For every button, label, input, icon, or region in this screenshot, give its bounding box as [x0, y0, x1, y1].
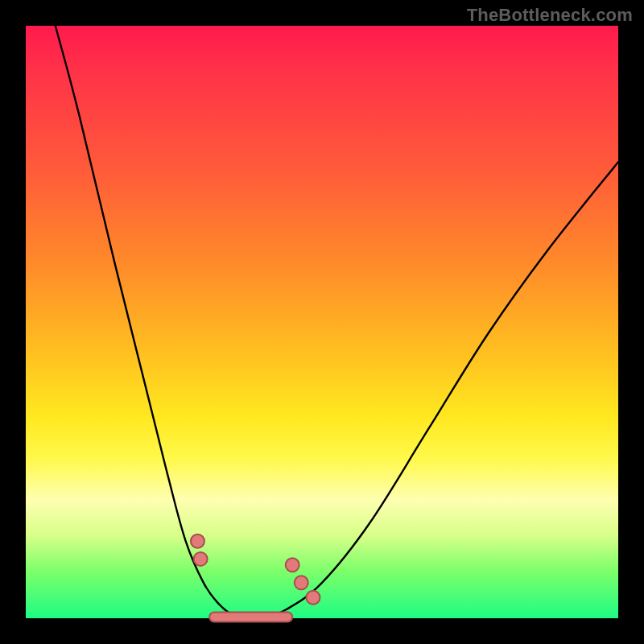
data-marker	[295, 576, 308, 589]
data-marker	[286, 558, 299, 572]
outer-frame: TheBottleneck.com	[0, 0, 644, 644]
curve-left	[56, 26, 246, 618]
chart-overlay	[26, 26, 618, 618]
trough-bar	[209, 613, 292, 622]
marker-layer	[191, 535, 320, 622]
watermark-text: TheBottleneck.com	[467, 5, 633, 26]
data-marker	[306, 591, 320, 605]
plot-area	[26, 26, 618, 618]
curve-right	[245, 162, 618, 618]
data-marker	[191, 535, 204, 548]
data-marker	[194, 552, 208, 566]
